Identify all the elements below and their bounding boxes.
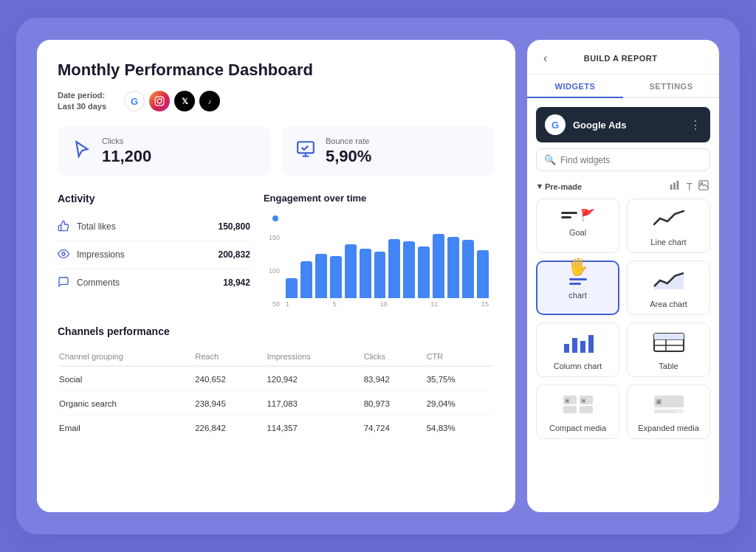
table-cell-reach: 226,842 xyxy=(195,417,265,439)
svg-rect-20 xyxy=(666,334,684,339)
image-icon[interactable] xyxy=(698,180,709,193)
find-widgets-input[interactable] xyxy=(560,155,702,165)
comment-icon xyxy=(58,276,71,290)
bar xyxy=(477,250,489,298)
build-report-title: BUILD A REPORT xyxy=(584,54,658,63)
bar xyxy=(286,278,298,298)
bar-item xyxy=(433,234,444,298)
bar xyxy=(447,237,459,298)
table-cell-channel: Social xyxy=(59,368,193,391)
channels-table: Channel grouping Reach Impressions Click… xyxy=(58,346,495,441)
bar xyxy=(360,249,371,298)
tab-settings[interactable]: SETTINGS xyxy=(623,75,719,97)
search-icon: 🔍 xyxy=(544,154,556,165)
svg-text:▣: ▣ xyxy=(581,398,586,403)
widget-chart[interactable]: 🖐 chart xyxy=(536,261,619,315)
table-cell-clicks: 83,942 xyxy=(364,368,425,391)
col-channel: Channel grouping xyxy=(59,348,193,367)
svg-rect-6 xyxy=(674,183,676,190)
kpi-row: Clicks 11,200 Bounce rate 5,90% xyxy=(58,126,495,176)
channels-title: Channels performance xyxy=(58,325,495,337)
table-cell-impressions: 120,942 xyxy=(267,368,362,391)
google-icon[interactable]: G xyxy=(124,91,145,111)
search-row: 🔍 xyxy=(527,148,719,177)
widget-compact-media[interactable]: ▣ ▣ Compact media xyxy=(536,384,619,439)
top-meta: Date period: Last 30 days G 𝕏 ♪ xyxy=(58,90,495,113)
chart-area: 150 100 50 1 5 10 11 xyxy=(264,210,495,311)
svg-rect-13 xyxy=(580,341,585,353)
tab-widgets[interactable]: WIDGETS xyxy=(527,75,623,98)
x-icon[interactable]: 𝕏 xyxy=(174,91,195,111)
bar-item xyxy=(374,252,386,298)
col-clicks: Clicks xyxy=(364,348,425,367)
bar-chart xyxy=(283,224,492,298)
bar-item xyxy=(300,261,312,298)
right-panel: ‹ BUILD A REPORT WIDGETS SETTINGS G Goog… xyxy=(527,40,719,512)
instagram-icon[interactable] xyxy=(149,91,170,111)
chart-y-labels: 150 100 50 xyxy=(267,234,283,308)
bar-item xyxy=(315,254,327,298)
widgets-grid: 🚩 Goal Line chart 🖐 xyxy=(527,199,719,448)
bar-item xyxy=(345,244,357,298)
col-ctr: CTR xyxy=(427,348,493,367)
svg-rect-5 xyxy=(670,184,673,190)
bar xyxy=(403,241,415,298)
widget-expanded-media[interactable]: ▣ Expanded media xyxy=(627,384,710,439)
clicks-label: Clicks xyxy=(102,137,151,145)
svg-rect-19 xyxy=(654,334,666,339)
svg-rect-24 xyxy=(580,406,593,413)
premade-icon-buttons: T xyxy=(670,180,709,193)
bar-item xyxy=(286,278,298,298)
widget-expanded-media-label: Expanded media xyxy=(638,424,699,432)
table-cell-channel: Email xyxy=(59,417,193,439)
svg-rect-0 xyxy=(155,97,164,106)
svg-rect-14 xyxy=(588,335,594,353)
clicks-value: 11,200 xyxy=(102,147,151,166)
widget-line-chart[interactable]: Line chart xyxy=(627,199,710,253)
svg-rect-23 xyxy=(563,406,577,413)
widget-goal[interactable]: 🚩 Goal xyxy=(536,199,619,253)
tabs-row: WIDGETS SETTINGS xyxy=(527,75,719,98)
app-wrapper: Monthly Performance Dashboard Date perio… xyxy=(16,18,740,534)
more-options-button[interactable]: ⋮ xyxy=(690,118,701,132)
bar-item xyxy=(477,250,489,298)
table-row: Organic search238,945117,08380,97329,04% xyxy=(59,393,493,415)
text-icon[interactable]: T xyxy=(686,180,693,193)
col-impressions: Impressions xyxy=(267,348,362,367)
table-cell-clicks: 80,973 xyxy=(364,393,425,415)
chevron-down-icon: ▾ xyxy=(537,182,542,191)
expanded-media-icon: ▣ xyxy=(653,394,685,418)
bar xyxy=(374,252,386,298)
total-likes-value: 150,800 xyxy=(219,221,250,232)
svg-point-2 xyxy=(161,98,162,100)
table-row: Email226,842114,35774,72454,83% xyxy=(59,417,493,439)
bar xyxy=(388,239,400,298)
widget-table[interactable]: Table xyxy=(627,322,710,377)
bar-chart-icon[interactable] xyxy=(670,180,680,193)
back-button[interactable]: ‹ xyxy=(539,50,551,66)
date-period-label: Date period: xyxy=(58,90,106,101)
widget-chart-label: chart xyxy=(568,291,586,300)
comments-label: Comments xyxy=(77,277,217,288)
search-wrap: 🔍 xyxy=(536,148,710,171)
widget-area-chart[interactable]: Area chart xyxy=(627,261,710,315)
widget-compact-media-label: Compact media xyxy=(549,424,606,432)
widget-column-chart[interactable]: Column chart xyxy=(536,322,619,377)
bar-item xyxy=(360,249,371,298)
tiktok-icon[interactable]: ♪ xyxy=(199,91,220,111)
bar-item xyxy=(447,237,459,298)
table-cell-clicks: 74,724 xyxy=(364,417,425,439)
bar xyxy=(418,246,430,298)
widget-table-label: Table xyxy=(659,362,678,370)
bar-item xyxy=(388,239,400,298)
monitor-icon xyxy=(296,139,315,163)
hand-cursor-icon: 🖐 xyxy=(569,271,587,285)
clicks-kpi: Clicks 11,200 xyxy=(58,126,271,176)
svg-rect-28 xyxy=(654,409,684,413)
widget-column-chart-label: Column chart xyxy=(554,362,602,370)
bar-item xyxy=(330,256,342,298)
table-cell-ctr: 54,83% xyxy=(427,417,493,439)
google-ads-label: Google Ads xyxy=(573,120,682,131)
chart-dot xyxy=(272,215,278,221)
activity-total-likes: Total likes 150,800 xyxy=(58,213,250,241)
